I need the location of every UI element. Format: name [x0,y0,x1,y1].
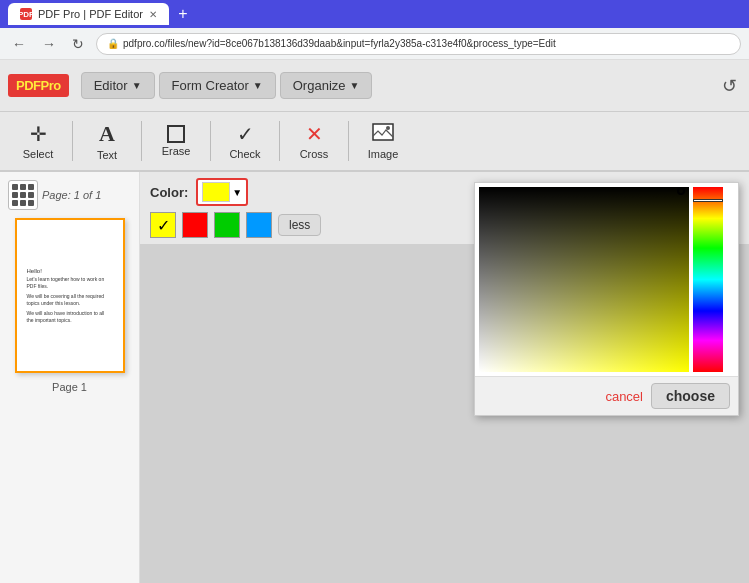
page-controls: Page: 1 of 1 [8,180,131,210]
cross-icon: ✕ [306,122,323,146]
svg-point-1 [386,126,390,130]
color-picker-popup: cancel choose [474,182,739,416]
editor-arrow-icon: ▼ [132,80,142,91]
refresh-button[interactable]: ↻ [68,34,88,54]
tool-separator-3 [210,121,211,161]
erase-tool[interactable]: Erase [146,121,206,161]
tool-separator-4 [279,121,280,161]
text-label: Text [97,149,117,161]
svg-rect-0 [373,124,393,140]
editor-label: Editor [94,78,128,93]
new-tab-button[interactable]: + [173,4,193,24]
color-dropdown[interactable]: ▼ [196,178,248,206]
lock-icon: 🔒 [107,38,119,49]
picker-body [475,183,738,376]
active-tab[interactable]: PDF PDF Pro | PDF Editor ✕ [8,3,169,25]
form-creator-menu-button[interactable]: Form Creator ▼ [159,72,276,99]
cross-label: Cross [300,148,329,160]
hue-slider[interactable] [693,187,723,372]
forward-button[interactable]: → [38,34,60,54]
address-bar[interactable]: 🔒 pdfpro.co/files/new?id=8ce067b138136d3… [96,33,741,55]
cross-tool[interactable]: ✕ Cross [284,118,344,164]
dropdown-arrow-icon: ▼ [232,187,242,198]
check-icon: ✓ [237,122,254,146]
gradient-bg [479,187,689,372]
back-button[interactable]: ← [8,34,30,54]
color-gradient-picker[interactable] [479,187,689,372]
preset-blue-swatch[interactable] [246,212,272,238]
form-creator-arrow-icon: ▼ [253,80,263,91]
page-name: Page 1 [52,381,87,393]
image-icon [372,123,394,146]
hue-marker [693,199,723,202]
content-area: Page: 1 of 1 Hello! Let's learn together… [0,172,749,583]
grid-view-button[interactable] [8,180,38,210]
page-thumbnail[interactable]: Hello! Let's learn together how to work … [15,218,125,373]
color-swatch [202,182,230,202]
color-label: Color: [150,185,188,200]
text-icon: A [99,121,115,147]
check-tool[interactable]: ✓ Check [215,118,275,164]
choose-button[interactable]: choose [651,383,730,409]
tab-label: PDF Pro | PDF Editor [38,8,143,20]
cancel-button[interactable]: cancel [605,389,643,404]
select-tool[interactable]: ✛ Select [8,118,68,164]
logo: PDFPro [8,74,69,97]
undo-button[interactable]: ↺ [718,71,741,101]
tool-separator-5 [348,121,349,161]
image-label: Image [368,148,399,160]
preset-red-swatch[interactable] [182,212,208,238]
tool-row: ✛ Select A Text Erase ✓ Check ✕ Cross [0,112,749,172]
organize-label: Organize [293,78,346,93]
tool-separator-1 [72,121,73,161]
browser-chrome: PDF PDF Pro | PDF Editor ✕ + [0,0,749,28]
thumbnail-content: Hello! Let's learn together how to work … [23,263,117,327]
page-label: Page: 1 of 1 [42,189,101,201]
organize-arrow-icon: ▼ [350,80,360,91]
organize-menu-button[interactable]: Organize ▼ [280,72,373,99]
less-button[interactable]: less [278,214,321,236]
editor-area: Color: ▼ ✓ less [140,172,749,583]
preset-check-swatch[interactable]: ✓ [150,212,176,238]
select-label: Select [23,148,54,160]
top-toolbar: PDFPro Editor ▼ Form Creator ▼ Organize … [0,60,749,112]
picker-footer: cancel choose [475,376,738,415]
form-creator-label: Form Creator [172,78,249,93]
select-icon: ✛ [30,122,47,146]
tab-close-icon[interactable]: ✕ [149,9,157,20]
erase-icon [167,125,185,143]
preset-green-swatch[interactable] [214,212,240,238]
tab-bar: PDF PDF Pro | PDF Editor ✕ + [8,3,193,25]
erase-label: Erase [162,145,191,157]
editor-menu-button[interactable]: Editor ▼ [81,72,155,99]
check-label: Check [229,148,260,160]
address-text: pdfpro.co/files/new?id=8ce067b138136d39d… [123,38,556,49]
text-tool[interactable]: A Text [77,117,137,165]
sidebar: Page: 1 of 1 Hello! Let's learn together… [0,172,140,583]
gradient-cursor [677,187,685,195]
tab-favicon: PDF [20,8,32,20]
tool-separator-2 [141,121,142,161]
address-bar-row: ← → ↻ 🔒 pdfpro.co/files/new?id=8ce067b13… [0,28,749,60]
app-area: PDFPro Editor ▼ Form Creator ▼ Organize … [0,60,749,583]
image-tool[interactable]: Image [353,119,413,164]
